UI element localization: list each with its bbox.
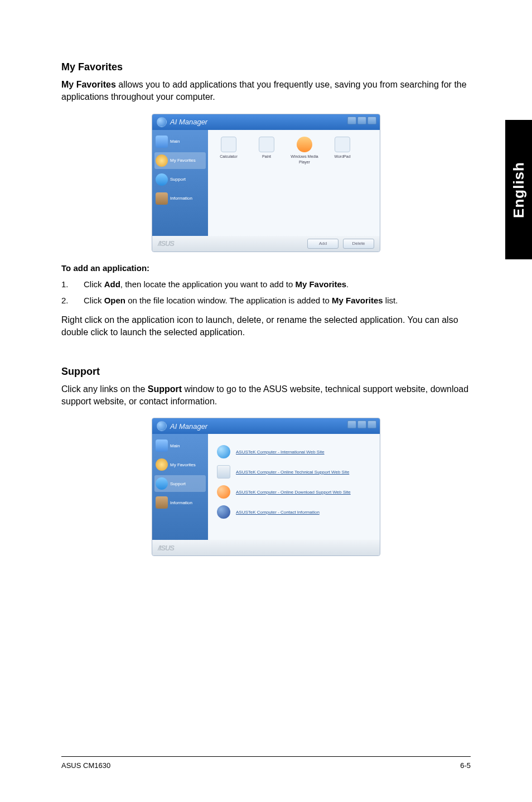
add-button[interactable]: Add xyxy=(307,239,338,249)
window-titlebar: AI Manager xyxy=(152,114,380,130)
minimize-button[interactable] xyxy=(347,421,356,428)
support-icon xyxy=(156,477,168,490)
window-titlebar: AI Manager xyxy=(152,418,380,434)
wordpad-icon xyxy=(335,137,350,152)
brand-logo: /ISUS xyxy=(158,544,174,552)
step-number: 2. xyxy=(61,294,84,306)
close-button[interactable] xyxy=(367,421,376,428)
support-link-row: ASUSTeK Computer - International Web Sit… xyxy=(217,445,371,458)
sidebar-item-favorites[interactable]: My Favorites xyxy=(154,456,206,473)
minimize-button[interactable] xyxy=(347,117,356,124)
my-favorites-intro-rest: allows you to add applications that you … xyxy=(61,80,467,102)
favorite-app-wordpad[interactable]: WordPad xyxy=(328,137,356,165)
sidebar-item-main[interactable]: Main xyxy=(154,133,206,150)
sidebar-label: Information xyxy=(170,500,192,505)
window-controls xyxy=(347,117,376,124)
calculator-icon xyxy=(221,137,236,152)
content-pane: ASUSTeK Computer - International Web Sit… xyxy=(208,434,380,540)
sidebar-label: Support xyxy=(170,177,186,182)
step-text: Click Add, then locate the application y… xyxy=(84,278,349,290)
step-1: 1. Click Add, then locate the applicatio… xyxy=(61,278,471,290)
wmp-icon xyxy=(297,137,312,152)
information-icon xyxy=(156,192,168,205)
paint-icon xyxy=(259,137,274,152)
favorite-app-wmp[interactable]: Windows Media Player xyxy=(291,137,318,165)
language-label: English xyxy=(510,162,528,218)
sidebar: Main My Favorites Support Information xyxy=(152,130,208,236)
support-icon xyxy=(156,173,168,186)
information-icon xyxy=(156,496,168,509)
contact-icon xyxy=(217,505,230,519)
sidebar-label: Main xyxy=(170,443,180,448)
step-text: Click Open on the file location window. … xyxy=(84,294,398,306)
window-title: AI Manager xyxy=(170,118,207,126)
window-controls xyxy=(347,421,376,428)
step-2: 2. Click Open on the file location windo… xyxy=(61,294,471,306)
favorites-icon xyxy=(156,154,168,167)
app-label: Paint xyxy=(262,154,271,158)
support-link-contact[interactable]: ASUSTeK Computer - Contact Information xyxy=(236,510,320,515)
brand-logo: /ISUS xyxy=(158,239,174,248)
sidebar-item-support[interactable]: Support xyxy=(154,475,206,492)
footer-left: ASUS CM1630 xyxy=(61,761,110,770)
app-label: Windows Media Player xyxy=(291,154,318,164)
sidebar-item-support[interactable]: Support xyxy=(154,171,206,188)
support-link-row: ASUSTeK Computer - Contact Information xyxy=(217,505,371,519)
sidebar-item-favorites[interactable]: My Favorites xyxy=(154,152,206,169)
support-link-row: ASUSTeK Computer - Online Download Suppo… xyxy=(217,485,371,499)
favorite-app-calculator[interactable]: Calculator xyxy=(215,137,243,165)
app-label: WordPad xyxy=(334,154,350,158)
close-button[interactable] xyxy=(367,117,376,124)
sidebar-label: Main xyxy=(170,139,180,144)
window-title: AI Manager xyxy=(170,422,207,431)
globe-icon xyxy=(217,445,230,458)
add-application-heading: To add an application: xyxy=(61,263,471,273)
language-tab: English xyxy=(505,120,532,259)
content-pane: Calculator Paint Windows Media Player Wo… xyxy=(208,130,380,236)
my-favorites-intro: My Favorites allows you to add applicati… xyxy=(61,79,471,104)
support-heading: Support xyxy=(61,366,471,378)
window-footer: /ISUS xyxy=(152,540,380,555)
app-label: Calculator xyxy=(220,154,238,158)
screenshot-support: AI Manager Main My Favorites Suppo xyxy=(152,418,380,556)
footer-right: 6-5 xyxy=(460,761,471,770)
support-link-technical[interactable]: ASUSTeK Computer - Online Technical Supp… xyxy=(236,470,349,475)
sidebar-label: My Favorites xyxy=(170,462,196,467)
delete-button[interactable]: Delete xyxy=(343,239,374,249)
favorites-icon xyxy=(156,458,168,471)
my-favorites-note: Right click on the application icon to l… xyxy=(61,314,471,339)
support-link-international[interactable]: ASUSTeK Computer - International Web Sit… xyxy=(236,450,325,455)
sidebar: Main My Favorites Support Information xyxy=(152,434,208,540)
document-icon xyxy=(217,465,230,479)
app-logo-icon xyxy=(157,421,167,431)
window-footer: /ISUS Add Delete xyxy=(152,236,380,252)
support-intro: Click any links on the Support window to… xyxy=(61,383,471,408)
main-icon xyxy=(156,136,168,148)
page-content: My Favorites My Favorites allows you to … xyxy=(0,0,532,556)
my-favorites-heading: My Favorites xyxy=(61,61,471,73)
my-favorites-intro-bold: My Favorites xyxy=(61,80,116,89)
sidebar-label: Information xyxy=(170,196,192,201)
sidebar-item-information[interactable]: Information xyxy=(154,190,206,207)
page-footer: ASUS CM1630 6-5 xyxy=(61,756,471,770)
step-number: 1. xyxy=(61,278,84,290)
sidebar-item-information[interactable]: Information xyxy=(154,494,206,511)
app-logo-icon xyxy=(157,117,167,127)
support-link-row: ASUSTeK Computer - Online Technical Supp… xyxy=(217,465,371,479)
sidebar-label: My Favorites xyxy=(170,158,196,163)
sidebar-label: Support xyxy=(170,481,186,486)
maximize-button[interactable] xyxy=(357,117,366,124)
sidebar-item-main[interactable]: Main xyxy=(154,437,206,454)
add-steps: 1. Click Add, then locate the applicatio… xyxy=(61,278,471,306)
screenshot-my-favorites: AI Manager Main My Favorites Suppo xyxy=(152,114,380,252)
support-link-download[interactable]: ASUSTeK Computer - Online Download Suppo… xyxy=(236,490,351,495)
favorite-app-paint[interactable]: Paint xyxy=(253,137,280,165)
maximize-button[interactable] xyxy=(357,421,366,428)
main-icon xyxy=(156,439,168,452)
download-icon xyxy=(217,485,230,499)
